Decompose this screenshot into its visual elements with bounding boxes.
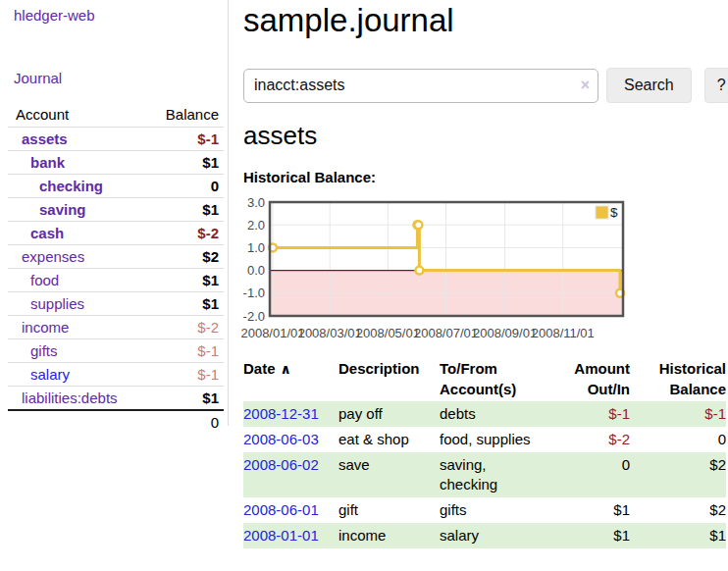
account-link[interactable]: gifts [30,342,58,359]
account-balance: $-1 [149,339,224,363]
account-row: liabilities:debts$1 [8,387,224,411]
svg-text:$: $ [610,205,618,220]
account-link[interactable]: bank [30,154,65,171]
transaction-date-link[interactable]: 2008-06-01 [243,501,319,518]
register-col-date[interactable]: Date∧ [243,356,338,401]
app-brand-link[interactable]: hledger-web [14,7,95,24]
transaction-amount: $-2 [549,427,630,452]
register-row: 2008-12-31pay offdebts$-1$-1 [243,401,726,427]
register-col-description: Description [338,356,440,401]
account-balance: $2 [149,245,224,269]
account-row: salary$-1 [8,363,224,387]
sort-ascending-icon: ∧ [281,361,291,377]
transaction-balance: $2 [630,452,726,497]
account-balance: $-1 [149,363,224,387]
account-row: food$1 [8,269,224,292]
transaction-amount: $1 [549,523,630,548]
svg-text:2008/05/01: 2008/05/01 [356,326,420,340]
balance-chart: 3.02.01.00.0-1.0-2.02008/01/012008/03/01… [230,194,728,343]
account-balance: $1 [149,269,224,292]
page-title: sample.journal [243,0,454,41]
svg-text:2008/09/01: 2008/09/01 [473,326,537,340]
accounts-col-balance: Balance [149,103,224,128]
account-balance: $1 [149,198,224,222]
account-link[interactable]: checking [39,178,103,194]
account-row: expenses$2 [8,245,224,269]
register-header-row: Date∧ Description To/From Account(s) Amo… [243,356,726,401]
clear-search-icon[interactable]: × [581,77,590,94]
search-bar: × Search ? [243,68,728,103]
transaction-description: income [338,523,440,548]
svg-text:-1.0: -1.0 [243,286,265,300]
transaction-accounts: saving, checking [440,452,549,497]
search-button[interactable]: Search [606,68,692,103]
transaction-description: save [338,452,440,497]
transaction-balance: 0 [630,427,726,452]
account-heading: assets [243,118,317,153]
account-balance: $1 [149,292,224,316]
transaction-date-link[interactable]: 2008-06-03 [243,431,319,447]
chart-title: Historical Balance: [243,169,376,185]
main-content: sample.journal × Search ? assets Histori… [230,0,728,571]
transaction-accounts: debts [440,401,549,427]
transaction-description: eat & shop [338,427,440,452]
transaction-amount: $1 [549,497,630,523]
transaction-balance: $2 [630,497,726,523]
account-row: supplies$1 [8,292,224,316]
transaction-description: gift [338,497,440,523]
transaction-date-link[interactable]: 2008-06-02 [243,456,319,473]
account-link[interactable]: food [30,272,59,288]
account-row: checking0 [8,175,224,198]
svg-text:2.0: 2.0 [247,218,265,233]
account-balance: $-2 [149,222,224,245]
account-row: saving$1 [8,198,224,222]
register-col-accounts: To/From Account(s) [440,356,549,401]
account-link[interactable]: cash [30,225,64,241]
register-row: 2008-06-03eat & shopfood, supplies$-20 [243,427,726,452]
svg-text:2008/11/01: 2008/11/01 [532,326,595,340]
account-balance: $-2 [149,316,224,339]
svg-text:2008/03/01: 2008/03/01 [298,326,362,340]
transaction-date-link[interactable]: 2008-01-01 [243,527,319,544]
svg-text:-2.0: -2.0 [243,309,265,324]
svg-text:0.0: 0.0 [247,263,265,278]
transaction-accounts: gifts [440,497,549,523]
help-button[interactable]: ? [704,68,728,103]
account-row: gifts$-1 [8,339,224,363]
account-row: assets$-1 [8,128,224,151]
sidebar-item-journal[interactable]: Journal [14,70,62,86]
account-link[interactable]: salary [30,366,70,383]
accounts-col-account: Account [8,103,149,128]
svg-text:2008/07/01: 2008/07/01 [414,326,478,340]
account-row: income$-2 [8,316,224,339]
register-row: 2008-01-01incomesalary$1$1 [243,523,726,548]
account-row: cash$-2 [8,222,224,245]
accounts-total-row: 0 [8,410,224,434]
account-link[interactable]: income [22,319,69,336]
transaction-amount: $-1 [549,401,630,427]
account-link[interactable]: liabilities:debts [22,389,118,406]
accounts-table: Account Balance assets$-1bank$1checking0… [8,103,224,434]
account-link[interactable]: saving [39,201,86,218]
account-balance: $1 [149,151,224,175]
transaction-description: pay off [338,401,440,427]
transaction-date-link[interactable]: 2008-12-31 [243,405,319,422]
account-link[interactable]: expenses [22,248,84,265]
register-row: 2008-06-01giftgifts$1$2 [243,497,726,523]
svg-text:1.0: 1.0 [247,240,265,255]
accounts-body: assets$-1bank$1checking0saving$1cash$-2e… [8,128,224,411]
register-body: 2008-12-31pay offdebts$-1$-12008-06-03ea… [243,401,726,548]
account-row: bank$1 [8,151,224,175]
account-link[interactable]: supplies [30,295,84,312]
search-input[interactable] [243,69,598,103]
account-link[interactable]: assets [22,130,68,147]
transaction-balance: $1 [630,523,726,548]
svg-text:2008/01/01: 2008/01/01 [240,326,304,340]
register-table: Date∧ Description To/From Account(s) Amo… [243,356,726,548]
register-col-amount: Amount Out/In [549,356,630,401]
account-balance: $-1 [149,128,224,151]
svg-text:3.0: 3.0 [247,195,265,210]
transaction-balance: $-1 [630,401,726,427]
sidebar: hledger-web Journal Account Balance asse… [0,0,229,426]
register-row: 2008-06-02savesaving, checking0$2 [243,452,726,497]
